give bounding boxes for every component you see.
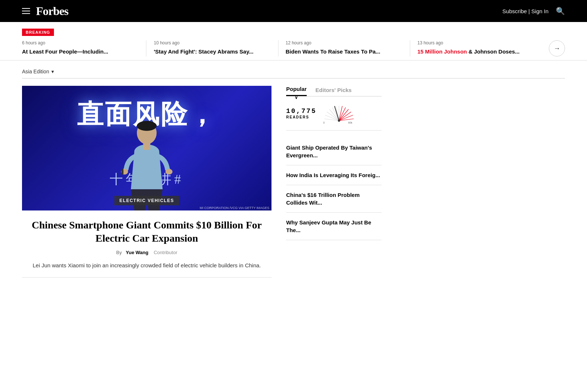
breaking-item-2[interactable]: 10 hours ago 'Stay And Fight': Stacey Ab…: [154, 40, 278, 56]
edition-selector[interactable]: Asia Edition ▾: [22, 69, 54, 74]
subscribe-signin-link[interactable]: Subscribe | Sign In: [502, 8, 548, 14]
article-divider: [22, 277, 271, 278]
headline-highlight: 15 Million Johnson: [418, 48, 467, 55]
svg-text:60k: 60k: [348, 121, 353, 124]
search-icon[interactable]: 🔍: [556, 7, 565, 15]
article-excerpt: Lei Jun wants Xiaomi to join an increasi…: [22, 261, 271, 270]
breaking-item-3[interactable]: 12 hours ago Biden Wants To Raise Taxes …: [286, 40, 410, 56]
getty-credit: MI CORPORATION /VCG VIA GETTY IMAGES: [200, 206, 269, 210]
sidebar: Popular Editors' Picks 10,775 READERS: [286, 86, 382, 278]
breaking-next-button[interactable]: →: [549, 40, 565, 56]
svg-rect-5: [121, 169, 124, 175]
breaking-headline-4: 15 Million Johnson & Johnson Doses...: [418, 48, 534, 55]
breaking-time-2: 10 hours ago: [154, 40, 270, 45]
header-right: Subscribe | Sign In 🔍: [502, 7, 565, 15]
forbes-logo: Forbes: [36, 4, 68, 18]
svg-rect-4: [143, 143, 150, 150]
breaking-item-4[interactable]: 13 hours ago 15 Million Johnson & Johnso…: [418, 40, 542, 56]
edition-divider: [22, 78, 565, 78]
article-category-tag: ELECTRIC VEHICLES: [114, 196, 179, 205]
breaking-headline-3: Biden Wants To Raise Taxes To Pa...: [286, 48, 402, 55]
hamburger-menu[interactable]: [22, 8, 30, 14]
breaking-headline-2: 'Stay And Fight': Stacey Abrams Say...: [154, 48, 270, 55]
edition-bar: Asia Edition ▾: [0, 61, 587, 78]
sidebar-article-3[interactable]: China's $16 Trillion Problem Collides Wi…: [286, 185, 382, 213]
breaking-time-1: 6 hours ago: [22, 40, 139, 45]
headline-rest: & Johnson Doses...: [468, 48, 519, 55]
breaking-headline-1: At Least Four People—Includin...: [22, 48, 139, 55]
article-author[interactable]: Yue Wang: [126, 250, 149, 255]
sidebar-tabs: Popular Editors' Picks: [286, 86, 382, 96]
readers-widget: 10,775 READERS: [286, 102, 382, 131]
readers-label: READERS: [286, 115, 317, 119]
edition-label: Asia Edition: [22, 69, 49, 74]
readers-gauge: 0 60k: [322, 102, 356, 124]
svg-point-20: [338, 120, 340, 122]
svg-text:0: 0: [323, 121, 325, 124]
readers-count: 10,775: [286, 108, 317, 114]
header: Forbes Subscribe | Sign In 🔍: [0, 0, 587, 22]
svg-point-3: [165, 169, 172, 175]
sidebar-article-1[interactable]: Giant Ship Operated By Taiwan's Evergree…: [286, 138, 382, 165]
main-content: 直面风险， 十年演讲#: [0, 86, 587, 292]
article-image[interactable]: 直面风险， 十年演讲#: [22, 86, 271, 210]
sidebar-article-4[interactable]: Why Sanjeev Gupta May Just Be The...: [286, 213, 382, 240]
sidebar-article-title-3[interactable]: China's $16 Trillion Problem Collides Wi…: [286, 191, 382, 206]
svg-point-1: [137, 121, 157, 131]
breaking-badge: BREAKING: [22, 29, 54, 36]
article-byline: By Yue Wang Contributor: [22, 250, 271, 255]
tab-popular[interactable]: Popular: [286, 86, 307, 96]
sidebar-article-title-4[interactable]: Why Sanjeev Gupta May Just Be The...: [286, 219, 382, 234]
breaking-bar: BREAKING 6 hours ago At Least Four Peopl…: [0, 22, 587, 61]
tab-editors-picks[interactable]: Editors' Picks: [316, 87, 352, 96]
sidebar-article-title-1[interactable]: Giant Ship Operated By Taiwan's Evergree…: [286, 144, 382, 159]
byline-prefix: By: [116, 250, 122, 255]
chevron-down-icon: ▾: [51, 69, 54, 74]
article-area: 直面风险， 十年演讲#: [22, 86, 271, 278]
breaking-items: 6 hours ago At Least Four People—Includi…: [22, 40, 565, 56]
breaking-item-1[interactable]: 6 hours ago At Least Four People—Includi…: [22, 40, 146, 56]
breaking-time-4: 13 hours ago: [418, 40, 534, 45]
article-title[interactable]: Chinese Smartphone Giant Commits $10 Bil…: [22, 219, 271, 245]
sidebar-article-title-2[interactable]: How India Is Leveraging Its Foreig...: [286, 171, 382, 179]
breaking-time-3: 12 hours ago: [286, 40, 402, 45]
header-left: Forbes: [22, 4, 68, 18]
sidebar-article-2[interactable]: How India Is Leveraging Its Foreig...: [286, 165, 382, 185]
author-role: Contributor: [154, 250, 177, 255]
readers-info: 10,775 READERS: [286, 108, 317, 119]
